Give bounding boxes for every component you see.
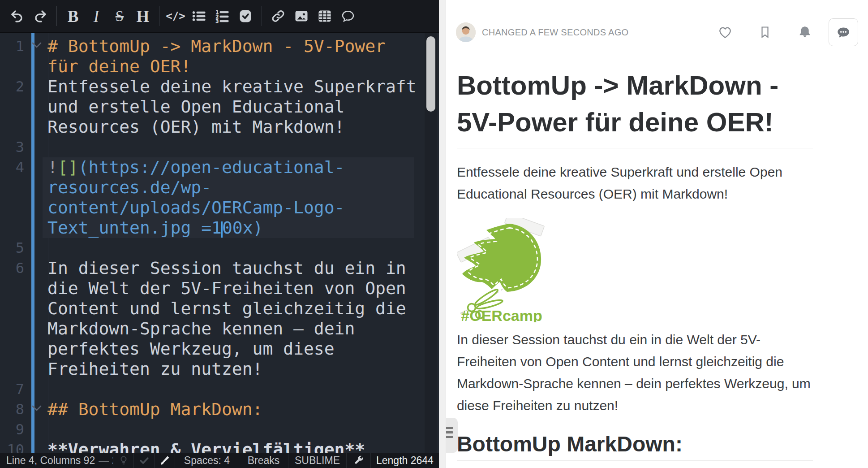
- heading2-divider: [457, 460, 813, 461]
- editor-line-5[interactable]: 5: [0, 238, 439, 258]
- heading-icon: H: [137, 7, 150, 26]
- status-bar: Line 4, Columns 92 — 21 Spaces: 4 Breaks…: [0, 453, 439, 468]
- image-button[interactable]: [290, 0, 313, 33]
- link-button[interactable]: [266, 0, 290, 33]
- heading-button[interactable]: H: [131, 0, 155, 33]
- bell-icon: [797, 25, 812, 40]
- pane-divider[interactable]: [439, 0, 446, 468]
- preferences-button[interactable]: [346, 453, 370, 468]
- cursor-position: Line 4, Columns 92 — 21: [0, 453, 113, 468]
- oercamp-flame-graphic: #OERcamp: [457, 218, 546, 322]
- theme-button[interactable]: [154, 453, 175, 468]
- linebreak-setting[interactable]: Breaks: [239, 453, 288, 468]
- lightbulb-icon: [118, 455, 129, 466]
- editor-line-10[interactable]: 10 **Verwahren & Vervielfältigen**: [0, 440, 439, 453]
- keymap-setting[interactable]: SUBLIME: [288, 453, 346, 468]
- editor-line-9[interactable]: 9: [0, 420, 439, 440]
- code-icon: </>: [166, 10, 185, 22]
- editor-line-6[interactable]: 6 In dieser Session tauchst du ein in di…: [0, 258, 439, 379]
- spellcheck-button[interactable]: [133, 453, 154, 468]
- indent-setting[interactable]: Spaces: 4: [175, 453, 239, 468]
- line-number: 6: [0, 258, 26, 278]
- italic-button[interactable]: I: [85, 0, 108, 33]
- fold-toggle[interactable]: [26, 399, 47, 413]
- app-window: B I S H </> 123: [0, 0, 868, 468]
- editor-line-text: [47, 379, 419, 399]
- like-button[interactable]: [718, 25, 733, 40]
- editor-line-8[interactable]: 8 ## BottomUp MarkDown:: [0, 399, 439, 420]
- unordered-list-button[interactable]: [187, 0, 211, 33]
- preview-pane: CHANGED A FEW SECONDS AGO BottomUp -> Ma…: [446, 0, 868, 468]
- avatar-image: [456, 22, 476, 42]
- line-number: 7: [0, 379, 26, 399]
- chevron-down-icon: [31, 405, 42, 412]
- editor-line-text: ![](https://open-educational-resources.d…: [43, 157, 414, 238]
- editor-line-text: In dieser Session tauchst du ein in die …: [47, 258, 419, 379]
- editor-line-text: [47, 238, 419, 258]
- line-number: 8: [0, 399, 26, 420]
- image-bang-token: !: [47, 157, 58, 177]
- chevron-down-icon: [31, 42, 42, 48]
- undo-button[interactable]: [5, 0, 29, 33]
- editor-line-2[interactable]: 2 Entfessele deine kreative Superkraft u…: [0, 77, 439, 137]
- hamburger-icon: [446, 427, 453, 429]
- svg-text:3: 3: [216, 18, 219, 23]
- code-button[interactable]: </>: [164, 0, 187, 33]
- avatar[interactable]: [456, 22, 476, 42]
- strikethrough-icon: S: [116, 8, 124, 25]
- bold-button[interactable]: B: [61, 0, 85, 33]
- preview-paragraph-1: Entfessele deine kreative Superkraft und…: [457, 161, 813, 205]
- editor-toolbar: B I S H </> 123: [0, 0, 439, 33]
- editor-line-text: **Verwahren & Vervielfältigen**: [47, 440, 419, 453]
- editor-scrollbar-thumb[interactable]: [426, 36, 435, 112]
- editor-line-1[interactable]: 1 # BottomUp -> MarkDown - 5V-Power für …: [0, 36, 439, 77]
- comment-button[interactable]: [336, 0, 360, 33]
- wrench-icon: [353, 455, 364, 466]
- editor-body[interactable]: 1 # BottomUp -> MarkDown - 5V-Power für …: [0, 33, 439, 453]
- image-brackets-token: []: [58, 157, 78, 177]
- editor-line-text: ## BottomUp MarkDown:: [47, 399, 419, 420]
- preview-title: BottomUp -> MarkDown - 5V-Power für dein…: [457, 67, 813, 141]
- paintbrush-icon: [159, 455, 170, 466]
- editor-line-text: Entfessele deine kreative Superkraft und…: [47, 77, 419, 137]
- line-number: 4: [0, 157, 26, 178]
- preview-heading-2: BottomUp MarkDown:: [457, 433, 813, 456]
- checkmark-icon: [139, 455, 150, 466]
- line-number: 10: [0, 440, 26, 453]
- fold-toggle[interactable]: [26, 36, 47, 50]
- heart-icon: [718, 25, 733, 40]
- line-number: 2: [0, 77, 26, 97]
- bookmark-button[interactable]: [758, 25, 772, 39]
- notifications-button[interactable]: [797, 25, 812, 40]
- task-list-icon: [238, 9, 253, 23]
- image-icon: [294, 9, 309, 23]
- table-icon: [318, 9, 332, 23]
- editor-line-7[interactable]: 7: [0, 379, 439, 399]
- toolbar-separator: [56, 6, 57, 26]
- ordered-list-button[interactable]: 123: [211, 0, 234, 33]
- line-number: 1: [0, 36, 26, 56]
- comment-icon: [341, 9, 355, 23]
- redo-button[interactable]: [29, 0, 52, 33]
- hint-button[interactable]: [113, 453, 133, 468]
- editor-line-4[interactable]: 4 ![](https://open-educational-resources…: [0, 157, 439, 238]
- title-divider: [457, 148, 813, 148]
- oercamp-logo: #OERcamp: [457, 218, 546, 324]
- line-number: 3: [0, 137, 26, 157]
- unordered-list-icon: [192, 9, 206, 23]
- preview-content: BottomUp -> MarkDown - 5V-Power für dein…: [446, 49, 868, 468]
- task-list-button[interactable]: [234, 0, 257, 33]
- toc-toggle[interactable]: [446, 418, 458, 453]
- ordered-list-icon: 123: [215, 9, 229, 23]
- strikethrough-button[interactable]: S: [108, 0, 131, 33]
- table-button[interactable]: [313, 0, 336, 33]
- line-number: 5: [0, 238, 26, 258]
- flame-shape: [462, 224, 541, 292]
- editor-line-3[interactable]: 3: [0, 137, 439, 157]
- comments-button[interactable]: [829, 18, 858, 46]
- preview-paragraph-2: In dieser Session tauchst du ein in die …: [457, 329, 813, 416]
- editor-line-text: [47, 137, 419, 157]
- undo-icon: [10, 9, 24, 23]
- chat-bubble-icon: [836, 25, 851, 40]
- editor-scrollbar[interactable]: [425, 33, 437, 453]
